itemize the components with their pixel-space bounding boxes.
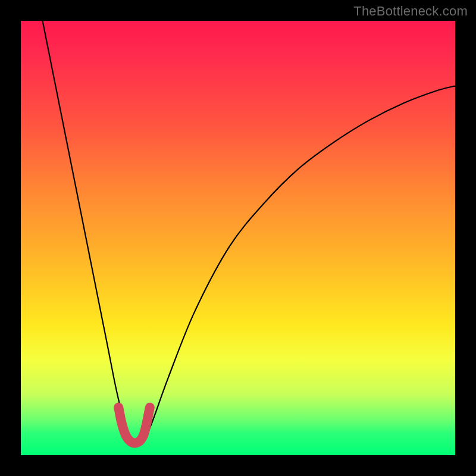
outer-frame: TheBottleneck.com <box>0 0 476 476</box>
watermark-text: TheBottleneck.com <box>353 4 468 19</box>
bottleneck-curve-path <box>43 21 456 444</box>
curve-svg <box>21 21 455 455</box>
plot-area <box>21 21 455 455</box>
trough-marker-path <box>118 408 150 443</box>
